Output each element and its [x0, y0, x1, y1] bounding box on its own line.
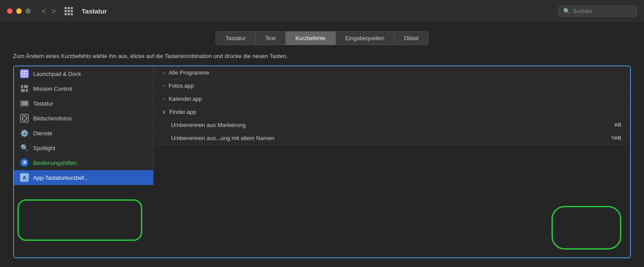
- mission-icon: [20, 84, 29, 93]
- sidebar-item-spotlight[interactable]: 🔍 Spotlight: [14, 140, 153, 155]
- launchpad-icon: [20, 69, 29, 78]
- right-label-finder: Finder.app: [169, 109, 196, 115]
- instructions-text: Zum Ändern eines Kurzbefehls wähle ihn a…: [13, 53, 631, 59]
- close-button[interactable]: [7, 8, 13, 14]
- grid-icon[interactable]: [65, 7, 73, 15]
- right-item-finder[interactable]: ∨ Finder.app: [154, 106, 630, 119]
- tab-text[interactable]: Text: [256, 31, 286, 45]
- forward-button[interactable]: >: [50, 7, 58, 16]
- sidebar-label-dienste: Dienste: [33, 130, 52, 137]
- sidebar-item-mission[interactable]: Mission Control: [14, 81, 153, 96]
- sidebar-item-tastatur[interactable]: ⌨ Tastatur: [14, 96, 153, 111]
- right-label-umbenennen-alten-namen: Umbenennen aus...ung mit altem Namen: [171, 135, 274, 141]
- right-item-kalender[interactable]: > Kalender.app: [154, 92, 630, 106]
- right-label-fotos: Fotos.app: [168, 82, 194, 89]
- main-content: Tastatur Text Kurzbefehle Eingabequellen…: [0, 23, 644, 267]
- keyboard-icon: ⌨: [20, 99, 29, 108]
- gear-icon: ⚙️: [20, 129, 29, 137]
- minimize-button[interactable]: [16, 8, 22, 14]
- right-label-umbenennen-markierung: Umbenennen aus Markierung: [171, 122, 246, 128]
- titlebar: < > Tastatur 🔍 Suchen: [0, 0, 644, 23]
- sidebar-label-mission: Mission Control: [33, 86, 72, 92]
- right-item-umbenennen-markierung[interactable]: Umbenennen aus Markierung ⌘R: [154, 119, 630, 132]
- sidebar-item-bedienungshilfen[interactable]: ♿ Bedienungshilfen: [14, 155, 153, 170]
- right-item-alle-programme[interactable]: > Alle Programme: [154, 66, 630, 79]
- search-icon: 🔍: [563, 8, 570, 14]
- spotlight-icon: 🔍: [20, 144, 29, 152]
- chevron-finder: ∨: [162, 109, 166, 115]
- tabs-bar: Tastatur Text Kurzbefehle Eingabequellen…: [13, 31, 631, 45]
- sidebar-label-bedienungshilfen: Bedienungshilfen: [33, 160, 77, 166]
- traffic-lights: [7, 8, 31, 14]
- right-panel: > Alle Programme > Fotos.app > Kalender.…: [154, 66, 630, 145]
- search-placeholder: Suchen: [573, 8, 592, 14]
- tab-eingabequellen[interactable]: Eingabequellen: [336, 31, 394, 45]
- tab-diktat[interactable]: Diktat: [394, 31, 428, 45]
- sidebar-item-launchpad[interactable]: Launchpad & Dock: [14, 66, 153, 81]
- sidebar-item-app-tastatur[interactable]: A App-Tastaturkurzbef...: [14, 170, 153, 185]
- right-label-alle-programme: Alle Programme: [168, 69, 209, 76]
- sidebar-item-dienste[interactable]: ⚙️ Dienste: [14, 126, 153, 140]
- left-panel-wrapper: Launchpad & Dock Mission Control: [14, 66, 154, 257]
- back-button[interactable]: <: [40, 7, 48, 16]
- shortcut-umbenennen-alten-namen: ⌥⌘R: [611, 135, 621, 141]
- nav-buttons: < >: [40, 7, 58, 16]
- right-item-fotos[interactable]: > Fotos.app: [154, 79, 630, 92]
- app-icon: A: [20, 173, 29, 182]
- accessibility-icon: ♿: [20, 158, 29, 167]
- sidebar-item-bildschirmfotos[interactable]: Bildschirmfotos: [14, 111, 153, 126]
- screenshot-icon: [20, 114, 29, 123]
- content-area: Launchpad & Dock Mission Control: [13, 65, 631, 258]
- chevron-kalender: >: [162, 96, 165, 102]
- right-label-kalender: Kalender.app: [168, 96, 202, 102]
- sidebar-label-app-tastatur: App-Tastaturkurzbef...: [33, 175, 89, 181]
- shortcut-umbenennen-markierung: ⌘R: [614, 122, 621, 128]
- chevron-fotos: >: [162, 83, 165, 89]
- green-circle-annotation-right: [552, 206, 621, 250]
- left-panel: Launchpad & Dock Mission Control: [14, 66, 154, 185]
- window-title: Tastatur: [82, 7, 107, 15]
- right-panel-wrapper: > Alle Programme > Fotos.app > Kalender.…: [154, 66, 630, 257]
- sidebar-label-launchpad: Launchpad & Dock: [33, 71, 81, 77]
- right-item-umbenennen-alten-namen[interactable]: Umbenennen aus...ung mit altem Namen ⌥⌘R: [154, 132, 630, 145]
- sidebar-label-tastatur: Tastatur: [33, 100, 53, 107]
- tab-kurzbefehle[interactable]: Kurzbefehle: [286, 31, 336, 45]
- sidebar-label-spotlight: Spotlight: [33, 145, 55, 151]
- maximize-button[interactable]: [25, 8, 31, 14]
- chevron-alle-programme: >: [162, 70, 165, 75]
- tab-tastatur[interactable]: Tastatur: [216, 31, 256, 45]
- search-box[interactable]: 🔍 Suchen: [558, 6, 637, 17]
- green-circle-annotation-left: [17, 199, 142, 241]
- sidebar-label-bildschirmfotos: Bildschirmfotos: [33, 115, 72, 122]
